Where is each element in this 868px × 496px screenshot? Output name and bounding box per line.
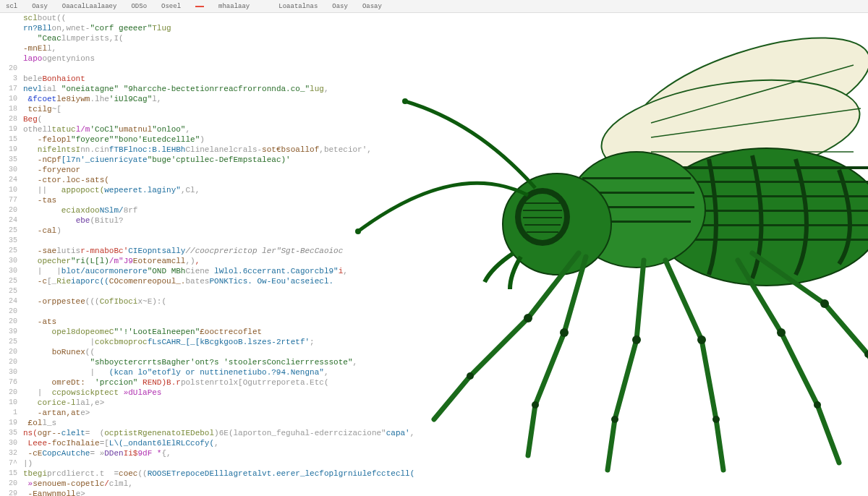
code-line[interactable]: 32 -cECopcAutche= »DDenIi$9dF *{, [4,448,868,458]
code-line[interactable]: 24 -ctor.loc-sats( [4,175,868,185]
toolbar-item[interactable]: Oseel [161,3,181,10]
line-number: 19 [4,418,23,428]
code-line[interactable]: 19othelltatucl/m'CoCl"umatnul"onloo", [4,124,868,134]
code-text: tbegiprcdlierct.t =coec((ROOSETrepoceDEl… [23,469,414,479]
code-line[interactable]: "CeaclLmperists,I( [4,33,868,43]
code-line[interactable]: 15tbegiprcdlierct.t =coec((ROOSETrepoceD… [4,469,868,479]
code-line[interactable]: -mnEll, [4,43,868,54]
code-text: "CeaclLmperists,I( [23,33,124,43]
code-line[interactable]: 20 -ats [4,317,868,327]
line-number [4,54,23,64]
code-line[interactable]: 15 -felopl"foyeore""bono'Eutedcellle") [4,134,868,145]
code-line[interactable]: 28Beg( [4,114,868,124]
code-line[interactable]: 20 | ccpowsickptect »dUlaPes [4,388,868,398]
line-number [4,33,23,43]
toolbar-item[interactable]: OaacalLaalaaey [62,3,117,10]
toolbar-item[interactable]: Loaatalnas [278,3,318,10]
code-line[interactable]: 25 -c[_Rieiaporc((COcomenreopoul_.batesP… [4,276,868,286]
toolbar-item[interactable]: Oasy [332,3,348,10]
code-text: -nCpf[l7n'_ciuenricyate"buge'cptullec-De… [23,155,291,165]
code-line[interactable]: 77 -tas [4,195,868,205]
code-line[interactable]: 35 -nCpf[l7n'_ciuenricyate"buge'cptullec… [4,155,868,165]
toolbar-item[interactable]: Oasy [32,3,48,10]
code-text: -ctor.loc-sats( [23,175,109,185]
code-line[interactable]: lapoogentynions [4,54,868,64]
code-line[interactable]: 20 [4,307,868,317]
code-text: lapoogentynions [23,54,95,64]
code-text: -Eanwnmolle> [23,489,85,496]
code-text: ebe(Bitul? [23,215,124,226]
code-line[interactable]: 24 -orppestee(((CofIbocix~E):( [4,296,868,307]
line-number: 7^ [4,458,23,469]
line-number: 20 [4,347,23,357]
code-line[interactable]: 29 -Eanwnmolle> [4,489,868,496]
toolbar-item[interactable] [195,6,204,7]
line-number: 20 [4,479,23,489]
code-text: »senouem-copetlc/clml, [23,479,133,489]
code-line[interactable]: 10 &fcoetle8iywm.lhe'iUl9Cag"l, [4,94,868,104]
code-line[interactable]: 24 ebe(Bitul? [4,215,868,226]
code-line[interactable]: 1 -artan,ate> [4,408,868,418]
line-number: 20 [4,357,23,367]
code-line[interactable]: 30 -foryenor [4,165,868,175]
code-line[interactable]: sclbout(( [4,13,868,23]
code-line[interactable]: 76 omreDt: 'prccion" REND)B.rpolstenrtol… [4,377,868,388]
code-text: corice-llal,e> [23,398,104,408]
code-text: -mnEll, [23,43,56,54]
code-text: nifelntsInn.cinfTBFlnoc:B.lEHBhClinelane… [23,145,372,155]
line-number: 35 [4,428,23,438]
code-line[interactable]: 39 opel8dopeomeC"'!'LootEalneepen"£ooctr… [4,327,868,337]
code-text: "shboyctercrrtsBagher'ont?s 'stoolersCon… [23,357,357,367]
code-line[interactable]: 30 | |blot/aucormonerore"OND MBhCiene lW… [4,266,868,276]
line-number: 25 [4,276,23,286]
line-number: 30 [4,438,23,448]
code-line[interactable]: 20 [4,64,868,74]
code-line[interactable]: 20 »senouem-copetlc/clml, [4,479,868,489]
code-line[interactable]: 35ns(ogr--clelt= (ocptistRgenenatoIEDebo… [4,428,868,438]
code-line[interactable]: 30 | (kcan lo"etofly or nuttinenetiubo.?… [4,367,868,377]
code-text: -artan,ate> [23,408,90,418]
line-number: 19 [4,124,23,134]
code-text: -orppestee(((CofIbocix~E):( [23,296,166,307]
code-text: -ats [23,317,56,327]
code-line[interactable]: rn?Bllon,wnet-"corf geeeer"Tlug [4,23,868,33]
code-line[interactable]: 10 || appopoct(wepeeret.laginy",Cl, [4,185,868,195]
code-line[interactable]: 17nevlial "oneiatagne" "9harcche-becteti… [4,84,868,94]
line-number: 1 [4,408,23,418]
line-number: 10 [4,185,23,195]
code-text: | ccpowsickptect »dUlaPes [23,388,161,398]
code-line[interactable]: 25 -cal) [4,226,868,236]
code-text: Leee-focIhalaie=[L\(_ondant6lElRLCcofy(, [23,438,219,448]
code-line[interactable]: 20 "shboyctercrrtsBagher'ont?s 'stoolers… [4,357,868,367]
code-line[interactable]: 7^|) [4,458,868,469]
line-number: 20 [4,388,23,398]
code-line[interactable]: 3beleBonhaiont [4,74,868,84]
line-number: 76 [4,377,23,388]
code-editor[interactable]: sclbout((rn?Bllon,wnet-"corf geeeer"Tlug… [0,13,868,496]
code-text: omreDt: 'prccion" REND)B.rpolstenrtolx[O… [23,377,329,388]
code-line[interactable]: 19 £oll_s [4,418,868,428]
toolbar-item[interactable]: ODSo [131,3,147,10]
code-text: opel8dopeomeC"'!'LootEalneepen"£ooctreco… [23,327,262,337]
code-text: &fcoetle8iywm.lhe'iUl9Cag"l, [23,94,161,104]
code-line[interactable]: 35 [4,236,868,246]
code-line[interactable]: 25 |cokcbmoprocfLsCAHR_[_[kBcgkgooB.lsze… [4,337,868,347]
code-line[interactable]: 20 boRunex(( [4,347,868,357]
code-line[interactable]: 25 [4,286,868,296]
code-line[interactable]: 30 Leee-focIhalaie=[L\(_ondant6lElRLCcof… [4,438,868,448]
code-text: sclbout(( [23,13,66,23]
toolbar-item[interactable]: mhaalaay [218,3,250,10]
code-text: -saelutisr-mnaboBc'CIEopntsally//coocpre… [23,246,343,256]
toolbar-item[interactable]: Oasay [362,3,382,10]
line-number: 35 [4,155,23,165]
code-line[interactable]: 30 opecher"ri(L[l)/m"J9Eotoreamcll,), [4,256,868,266]
code-line[interactable]: 10 corice-llal,e> [4,398,868,408]
code-line[interactable]: 18 tcilg~[ [4,104,868,114]
toolbar-item[interactable]: scl [6,3,17,10]
line-number: 30 [4,256,23,266]
code-line[interactable]: 25 -saelutisr-mnaboBc'CIEopntsally//cooc… [4,246,868,256]
code-line[interactable]: 19 nifelntsInn.cinfTBFlnoc:B.lEHBhClinel… [4,145,868,155]
code-line[interactable]: 20 eciaxdooNSlm/8rf [4,205,868,215]
line-number: 20 [4,307,23,317]
code-text: |cokcbmoprocfLsCAHR_[_[kBcgkgooB.lszes-2… [23,337,315,347]
